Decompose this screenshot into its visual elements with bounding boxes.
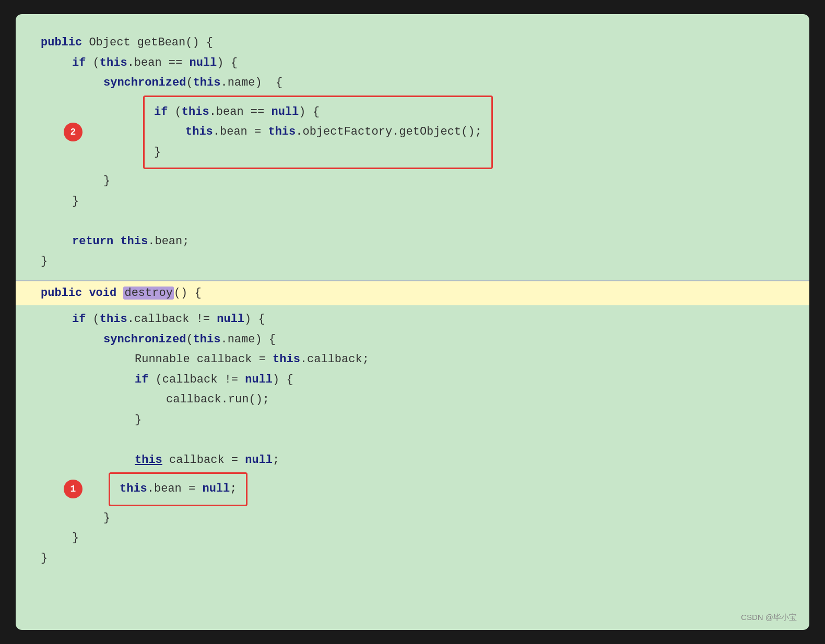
- code-line-close1: }: [41, 171, 784, 192]
- code-line-close-main: }: [41, 252, 784, 272]
- red-box-1: this.bean = null;: [109, 472, 248, 506]
- b-line-3: Runnable callback = this.callback;: [41, 350, 784, 370]
- code-block-top: public Object getBean() { if (this.bean …: [41, 33, 784, 272]
- b-line-6: }: [41, 410, 784, 431]
- inner-line-1: if (this.bean == null) {: [154, 102, 482, 123]
- code-section-top: public Object getBean() { if (this.bean …: [41, 33, 784, 280]
- boxed-section-2: 2 if (this.bean == null) { this.bean = t…: [41, 96, 784, 170]
- bottom-inner-1: this.bean = null;: [120, 479, 237, 499]
- main-card: public Object getBean() { if (this.bean …: [16, 14, 809, 630]
- b-line-blank: [41, 430, 784, 450]
- inner-line-3: }: [154, 142, 482, 163]
- b-close3: }: [41, 548, 784, 569]
- annotation-circle-2: 2: [64, 123, 82, 141]
- watermark: CSDN @毕小宝: [741, 613, 797, 623]
- b-line-1: if (this.callback != null) {: [41, 309, 784, 330]
- code-block-highlighted: public void destroy() {: [41, 283, 784, 304]
- highlighted-row: public void destroy() {: [16, 281, 809, 306]
- b-line-5: callback.run();: [41, 390, 784, 410]
- code-line-return: return this.bean;: [41, 232, 784, 252]
- boxed-section-1: 1 this.bean = null;: [41, 472, 784, 506]
- annotation-circle-1: 1: [64, 480, 82, 498]
- b-line-2: synchronized(this.name) {: [41, 330, 784, 350]
- inner-line-2: this.bean = this.objectFactory.getObject…: [154, 122, 482, 142]
- code-line-close2: }: [41, 192, 784, 212]
- b-close1: }: [41, 508, 784, 529]
- code-line-3: synchronized(this.name) {: [41, 73, 784, 93]
- code-block-bottom: if (this.callback != null) { synchronize…: [41, 309, 784, 568]
- b-close2: }: [41, 528, 784, 548]
- b-line-4: if (callback != null) {: [41, 370, 784, 390]
- code-line-2: if (this.bean == null) {: [41, 53, 784, 74]
- code-line-destroy: public void destroy() {: [41, 283, 784, 304]
- b-line-7: this callback = null;: [41, 450, 784, 471]
- code-section-bottom: if (this.callback != null) { synchronize…: [41, 305, 784, 568]
- code-line-blank: [41, 211, 784, 232]
- red-box-2: if (this.bean == null) { this.bean = thi…: [143, 96, 493, 170]
- code-line-1: public Object getBean() {: [41, 33, 784, 53]
